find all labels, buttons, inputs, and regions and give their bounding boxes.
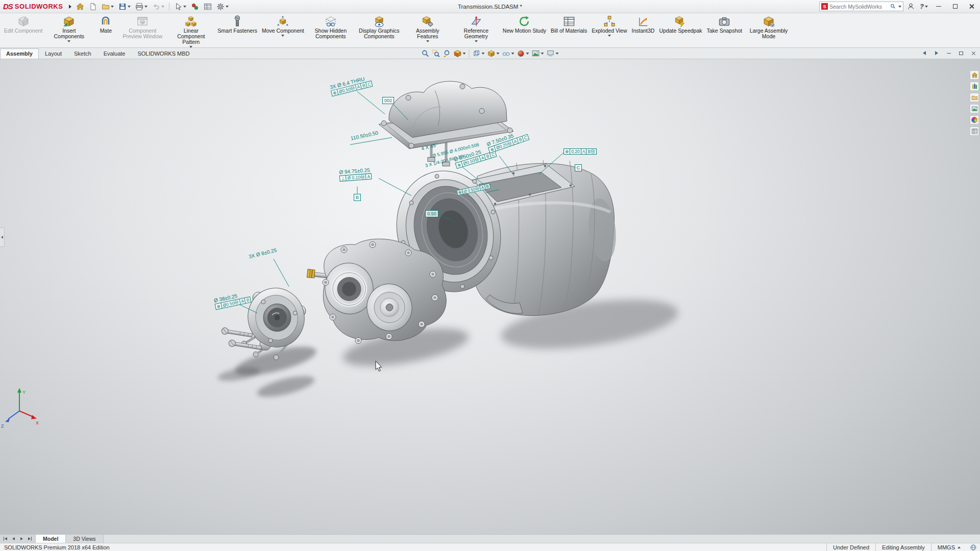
ribbon-take-snapshot[interactable]: Take Snapshot <box>705 14 744 47</box>
custom-properties-tab[interactable] <box>970 127 979 136</box>
new-document-button[interactable] <box>87 2 99 12</box>
annotation-bore-9475[interactable]: Ø 94.75±0.25 ⊥Ø 0.10ⓂA <box>339 167 372 182</box>
select-dropdown-arrow-icon[interactable] <box>183 6 186 8</box>
tab-layout[interactable]: Layout <box>39 48 68 59</box>
ribbon-new-motion-study[interactable]: New Motion Study <box>501 14 548 47</box>
datum-c[interactable]: C <box>575 164 582 171</box>
feature-manager-collapse-handle[interactable] <box>0 228 5 247</box>
last-sheet-button[interactable] <box>26 536 34 542</box>
dropdown-arrow-icon[interactable] <box>463 53 466 55</box>
minimize-button[interactable] <box>931 1 946 12</box>
help-button[interactable] <box>918 1 930 12</box>
dropdown-arrow-icon[interactable] <box>482 53 485 55</box>
tab-solidworks-mbd[interactable]: SOLIDWORKS MBD <box>131 48 195 59</box>
design-table-button[interactable] <box>202 2 213 12</box>
ribbon-smart-fasteners[interactable]: Smart Fasteners <box>215 14 259 47</box>
graphics-viewport[interactable]: Y X Z 3X Ø 6.4 THRU ⊕Ø0.50ⓂABC 002 110.5… <box>0 59 980 534</box>
next-sheet-button[interactable] <box>18 536 26 542</box>
display-style-button[interactable] <box>486 48 501 59</box>
section-view-button[interactable] <box>453 48 467 59</box>
next-window-button[interactable] <box>932 49 941 57</box>
tab-evaluate[interactable]: Evaluate <box>97 48 132 59</box>
search-box[interactable]: S <box>819 2 903 11</box>
file-explorer-tab[interactable] <box>970 93 979 102</box>
open-button[interactable] <box>100 2 115 12</box>
dropdown-arrow-icon[interactable] <box>67 40 70 42</box>
view-settings-button[interactable] <box>546 48 560 59</box>
hide-show-items-button[interactable] <box>501 48 516 59</box>
print-button[interactable] <box>134 2 149 12</box>
ribbon-edit-component[interactable]: Edit Component <box>2 14 44 47</box>
undo-button[interactable] <box>151 2 166 12</box>
ribbon-large-assembly-mode[interactable]: Large Assembly Mode <box>745 14 793 47</box>
solidworks-resources-tab[interactable] <box>970 70 979 80</box>
help-dropdown-arrow-icon[interactable] <box>925 6 928 8</box>
ribbon-move-component[interactable]: Move Component <box>260 14 306 47</box>
maximize-button[interactable] <box>947 1 963 12</box>
previous-window-button[interactable] <box>920 49 929 57</box>
apply-scene-button[interactable] <box>531 48 545 59</box>
ribbon-update-speedpak[interactable]: Update Speedpak <box>657 14 704 47</box>
ribbon-mate[interactable]: Mate <box>93 14 118 47</box>
units-selector[interactable]: MMGS <box>931 543 967 551</box>
assembly-features-icon <box>422 15 434 28</box>
open-dropdown-arrow-icon[interactable] <box>111 6 114 8</box>
dropdown-arrow-icon[interactable] <box>281 35 284 37</box>
zoom-to-area-button[interactable] <box>431 48 442 59</box>
tab-assembly[interactable]: Assembly <box>0 48 39 59</box>
previous-view-button[interactable] <box>442 48 452 59</box>
ribbon-insert-components[interactable]: Insert Components <box>45 14 93 47</box>
ribbon-linear-component-pattern[interactable]: Linear Component Pattern <box>167 14 215 47</box>
view-orientation-button[interactable] <box>472 48 486 59</box>
menu-flyout-arrow-icon[interactable] <box>69 5 71 9</box>
dropdown-arrow-icon[interactable] <box>511 53 514 55</box>
options-dropdown-arrow-icon[interactable] <box>226 6 229 8</box>
doc-close-button[interactable] <box>969 49 978 57</box>
ribbon-bill-of-materials[interactable]: Bill of Materials <box>549 14 589 47</box>
ribbon-component-preview-window[interactable]: Component Preview Window <box>118 14 166 47</box>
datum-b[interactable]: B <box>354 194 361 201</box>
print-dropdown-arrow-icon[interactable] <box>144 6 148 8</box>
dropdown-arrow-icon[interactable] <box>426 40 429 42</box>
dropdown-arrow-icon[interactable] <box>608 35 611 37</box>
login-button[interactable] <box>904 1 917 12</box>
ribbon-show-hidden-components[interactable]: Show Hidden Components <box>307 14 355 47</box>
search-icon[interactable] <box>890 4 896 9</box>
dropdown-arrow-icon[interactable] <box>475 40 478 42</box>
doc-minimize-button[interactable] <box>944 49 953 57</box>
ribbon-instant3d[interactable]: Instant3D <box>630 14 657 47</box>
appearances-scenes-tab[interactable] <box>970 115 979 124</box>
annotation-tag-002[interactable]: 002 <box>382 97 394 104</box>
ribbon-exploded-view[interactable]: Exploded View <box>590 14 629 47</box>
ribbon-display-graphics-components[interactable]: Display Graphics Components <box>355 14 403 47</box>
annotation-profile[interactable]: 0.50 <box>425 210 438 217</box>
ribbon-reference-geometry[interactable]: Reference Geometry <box>452 14 500 47</box>
tags-globe-icon[interactable] <box>970 544 977 551</box>
tab-sketch[interactable]: Sketch <box>68 48 97 59</box>
home-button[interactable] <box>75 2 86 12</box>
save-button[interactable] <box>117 2 132 12</box>
search-input[interactable] <box>829 4 889 10</box>
first-sheet-button[interactable] <box>2 536 9 542</box>
save-dropdown-arrow-icon[interactable] <box>128 6 131 8</box>
sheet-tab-model[interactable]: Model <box>36 535 66 543</box>
dropdown-arrow-icon[interactable] <box>541 53 544 55</box>
options-button[interactable] <box>215 2 230 12</box>
dropdown-arrow-icon[interactable] <box>556 53 559 55</box>
annotation-runout[interactable]: ⊕0.20ABⓂ <box>564 148 597 155</box>
sheet-tab-3d-views[interactable]: 3D Views <box>66 535 103 543</box>
rebuild-button[interactable] <box>189 2 201 12</box>
edit-appearance-button[interactable] <box>516 48 530 59</box>
select-button[interactable] <box>173 2 188 12</box>
zoom-to-fit-button[interactable] <box>421 48 431 59</box>
view-palette-tab[interactable] <box>970 104 979 113</box>
design-library-tab[interactable] <box>970 82 979 91</box>
dropdown-arrow-icon[interactable] <box>526 53 529 55</box>
close-button[interactable] <box>964 1 979 12</box>
dropdown-arrow-icon[interactable] <box>497 53 500 55</box>
part-front-cover[interactable] <box>321 239 447 343</box>
ribbon-assembly-features[interactable]: Assembly Features <box>404 14 452 47</box>
search-dropdown-arrow-icon[interactable] <box>898 6 901 8</box>
doc-restore-button[interactable] <box>957 49 966 57</box>
previous-sheet-button[interactable] <box>10 536 17 542</box>
